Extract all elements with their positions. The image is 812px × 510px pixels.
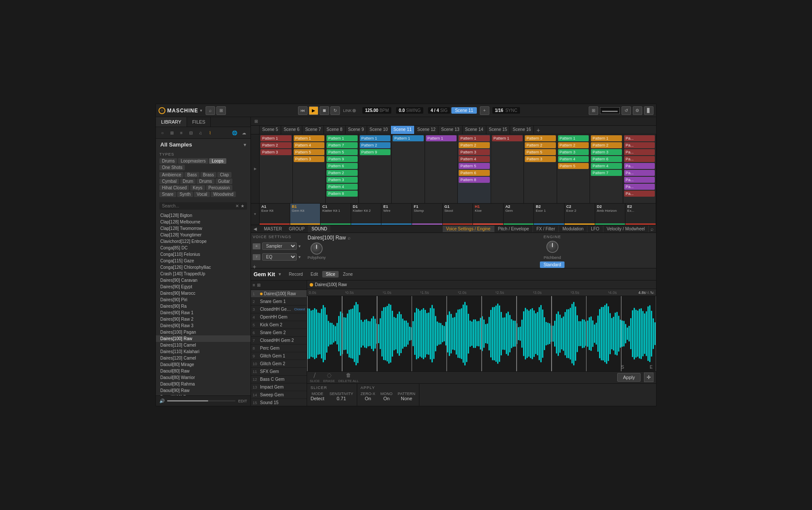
pattern-block[interactable]: Pattern 2 [327, 170, 358, 176]
subtag-cymbal[interactable]: Cymbal [159, 178, 179, 184]
all-samples-arrow[interactable]: ▾ [244, 142, 246, 148]
sidebar-icon-wave[interactable]: ⌇ [206, 129, 214, 137]
track-c1[interactable]: C1 Klatter Kit 1 [320, 204, 351, 225]
list-item[interactable]: Daouil[80] Raw [156, 368, 251, 374]
tab-edit[interactable]: Edit [307, 271, 321, 277]
subtag-wood[interactable]: Woodwind [211, 191, 236, 197]
stop-btn[interactable]: ⏹ [320, 106, 329, 115]
slice-marker-5[interactable] [482, 296, 482, 371]
list-item[interactable]: Daires[90] Ra [156, 303, 251, 309]
tab-master[interactable]: MASTER [260, 225, 285, 233]
search-input[interactable] [162, 204, 235, 208]
list-item[interactable]: Daires[90] Piri [156, 296, 251, 303]
pattern-block[interactable]: Pattern 3 [558, 149, 589, 155]
pattern-block[interactable]: Pattern 1 [459, 135, 490, 141]
waveform-content[interactable]: S E [307, 296, 656, 371]
pattern-block[interactable]: Pattern 5 [327, 149, 358, 155]
slice-marker-1[interactable] [342, 296, 343, 371]
sidebar-icon-bars[interactable]: ⊟ [187, 129, 195, 137]
instrument-search-icon[interactable]: ⌕ [348, 235, 351, 240]
scene-header-9[interactable]: Scene 9 [346, 126, 367, 134]
bpm-display[interactable]: 125.00 BPM [362, 107, 391, 114]
pattern-block[interactable]: Pattern 1 [492, 135, 523, 141]
slice-marker-6[interactable] [517, 296, 517, 371]
tag-loops[interactable]: Loops [209, 158, 226, 164]
clear-search-icon[interactable]: ✕ [235, 204, 239, 208]
search-engine-icon[interactable]: ⌕ [650, 226, 653, 232]
pattern-block[interactable]: Pattern 8 [459, 177, 490, 183]
sound-item-7[interactable]: 7 ClosedHH Gem 2 [251, 337, 307, 344]
tab-library[interactable]: LIBRARY [156, 117, 187, 127]
pattern-block[interactable]: Pa... [624, 191, 655, 197]
refresh-btn[interactable]: ↺ [622, 106, 631, 115]
track-a2[interactable]: A2 Gem [504, 204, 534, 225]
gem-kit-arrow[interactable]: ▾ [279, 271, 281, 277]
list-item[interactable]: Clap[128] Melbourne [156, 219, 251, 225]
list-item[interactable]: Daires[90] Raw 2 [156, 316, 251, 322]
sidebar-icon-circle[interactable]: ○ [159, 129, 166, 137]
list-item[interactable]: Clap[128] Bigton [156, 212, 251, 219]
scene-header-10[interactable]: Scene 10 [367, 126, 391, 134]
list-item[interactable]: Conga[85] DC [156, 245, 251, 251]
track-g1[interactable]: G1 Skool [443, 204, 473, 225]
list-item[interactable]: Daires[90] Marocc [156, 290, 251, 296]
subtag-brass[interactable]: Brass [200, 172, 217, 178]
pattern-block[interactable]: Pattern 1 [260, 135, 292, 141]
pattern-block[interactable]: Pattern 3 [591, 149, 622, 155]
sound-item-5[interactable]: 5 Kick Gem 2 [251, 321, 307, 329]
list-item[interactable]: Daouil[80] Warrior [156, 374, 251, 381]
pattern-block[interactable]: Pattern 2 [591, 142, 622, 148]
list-item[interactable]: Conga[115] Gaze [156, 258, 251, 264]
track-c2[interactable]: C2 Exor 2 [565, 204, 595, 225]
tab-files[interactable]: FILES [187, 117, 211, 127]
search-btn[interactable]: ⌕ [206, 106, 215, 115]
list-item[interactable]: Daires[100] Pagan [156, 329, 251, 335]
subtag-snare[interactable]: Snare [159, 191, 176, 197]
pattern-block[interactable]: Pattern 6 [327, 163, 358, 169]
scene-add-button[interactable]: + [534, 126, 542, 134]
engine-tab-fx[interactable]: FX / Filter [533, 226, 559, 232]
slice-tool-erase[interactable]: ◌ ERASE [323, 372, 335, 383]
pattern-block[interactable]: Pa... [624, 135, 655, 141]
levels-btn[interactable]: ▊ [644, 106, 653, 115]
pattern-block[interactable]: Pattern 3 [459, 149, 490, 155]
list-item[interactable]: Clavichord[122] Entrope [156, 238, 251, 245]
slice-marker-3[interactable] [412, 296, 412, 371]
track-h1[interactable]: H1 Kloe [473, 204, 504, 225]
mode-collapse-icon[interactable]: ◀ [254, 226, 257, 231]
pattern-block[interactable]: Pattern 5 [459, 163, 490, 169]
subtag-clap[interactable]: Clap [217, 172, 232, 178]
pattern-block[interactable]: Pattern 1 [393, 135, 424, 141]
pattern-block[interactable]: Pa... [624, 156, 655, 162]
subtag-perc[interactable]: Percussion [206, 185, 232, 191]
swing-display[interactable]: 0.0 SWING [396, 107, 423, 114]
scene-header-8[interactable]: Scene 8 [324, 126, 346, 134]
sound-item-4[interactable]: 4 OpenHH Gem [251, 313, 307, 321]
subtag-keys[interactable]: Keys [190, 185, 205, 191]
subtag-bass[interactable]: Bass [184, 172, 199, 178]
pattern-block[interactable]: Pa... [624, 149, 655, 155]
sidebar-user-icon[interactable]: ☁ [240, 129, 248, 137]
subtag-ambience[interactable]: Ambience [159, 172, 184, 178]
pattern-block[interactable]: Pattern 3 [525, 135, 556, 141]
list-item[interactable]: Conga[126] Chlorophylliac [156, 264, 251, 271]
scene-header-7[interactable]: Scene 7 [302, 126, 324, 134]
pattern-block[interactable]: Pattern 4 [327, 184, 358, 190]
track-d2[interactable]: D2 Amb Horizon [595, 204, 626, 225]
sound-item-13[interactable]: 13 Impact Gem [251, 383, 307, 391]
sound-item-6[interactable]: 6 Snare Gem 2 [251, 329, 307, 337]
slice-marker-2[interactable] [377, 296, 377, 371]
list-item[interactable]: Daires[90] Egypt [156, 284, 251, 290]
polyphony-knob[interactable] [311, 242, 323, 255]
tag-loopmasters[interactable]: Loopmasters [178, 158, 208, 164]
mode-button[interactable]: Standard [540, 261, 565, 268]
sound-item-11[interactable]: 11 SFX Gem [251, 368, 307, 376]
grid-display[interactable]: 1/16 SYNC [492, 107, 520, 114]
pattern-block[interactable]: Pattern 1 [591, 135, 622, 141]
list-item[interactable]: Daouil[90] Rahma [156, 381, 251, 387]
pattern-block[interactable]: Pa... [624, 170, 655, 176]
list-item[interactable]: Daires[110] Camel [156, 342, 251, 348]
bookmark-icon[interactable]: ★ [241, 204, 244, 208]
engine-tab-mod[interactable]: Modulation [559, 226, 587, 232]
pattern-block[interactable]: Pattern 6 [459, 170, 490, 176]
